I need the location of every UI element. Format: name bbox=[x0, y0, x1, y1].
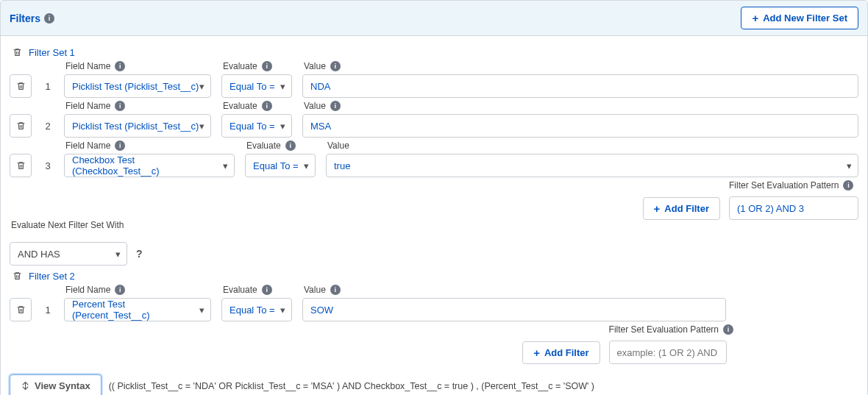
field-name-label: Field Name bbox=[65, 61, 110, 71]
add-filter-button[interactable]: + Add Filter bbox=[643, 197, 720, 220]
chevron-down-icon: ▾ bbox=[304, 160, 309, 171]
info-icon[interactable]: i bbox=[330, 101, 341, 111]
chevron-down-icon: ▾ bbox=[199, 121, 204, 132]
evaluate-select[interactable]: Equal To = ▾ bbox=[221, 298, 292, 321]
trash-icon[interactable] bbox=[11, 270, 23, 282]
chevron-down-icon: ▾ bbox=[280, 81, 285, 92]
field-name-select[interactable]: Picklist Test (Picklist_Test__c) ▾ bbox=[64, 114, 211, 138]
evaluate-next-value: AND HAS bbox=[18, 249, 60, 260]
field-name-value: Picklist Test (Picklist_Test__c) bbox=[72, 81, 199, 92]
row-labels: Field Namei Evaluatei Valuei bbox=[10, 61, 858, 74]
row-number: 3 bbox=[42, 160, 54, 171]
delete-row-button[interactable] bbox=[10, 298, 32, 321]
chevron-down-icon: ▾ bbox=[847, 160, 852, 171]
info-icon[interactable]: i bbox=[330, 285, 341, 295]
info-icon[interactable]: i bbox=[723, 324, 733, 335]
row-number: 1 bbox=[42, 305, 54, 316]
evaluate-value: Equal To = bbox=[230, 121, 275, 132]
value-input[interactable] bbox=[302, 298, 726, 321]
filter-set-1-title: Filter Set 1 bbox=[29, 47, 75, 58]
field-name-select[interactable]: Percent Test (Percent_Test__c) ▾ bbox=[64, 298, 211, 321]
field-name-label: Field Name bbox=[65, 101, 110, 111]
add-filter-label: Add Filter bbox=[664, 203, 709, 214]
delete-row-button[interactable] bbox=[10, 114, 32, 138]
field-name-value: Checkbox Test (Checkbox_Test__c) bbox=[72, 154, 223, 177]
value-select[interactable]: true ▾ bbox=[326, 154, 858, 177]
field-name-value: Percent Test (Percent_Test__c) bbox=[72, 299, 199, 321]
row-labels: Field Namei Evaluatei Valuei bbox=[10, 101, 858, 114]
row-number: 1 bbox=[42, 81, 54, 92]
evaluate-value: Equal To = bbox=[230, 81, 275, 92]
chevron-down-icon: ▾ bbox=[280, 305, 285, 316]
field-name-select[interactable]: Picklist Test (Picklist_Test__c) ▾ bbox=[64, 74, 211, 98]
filter-set-2-title: Filter Set 2 bbox=[29, 271, 75, 282]
filter-row: 1 Picklist Test (Picklist_Test__c) ▾ Equ… bbox=[10, 74, 858, 98]
info-icon[interactable]: i bbox=[44, 13, 54, 24]
help-icon[interactable]: ? bbox=[136, 248, 143, 260]
filter-row: 3 Checkbox Test (Checkbox_Test__c) ▾ Equ… bbox=[10, 154, 858, 177]
view-syntax-button[interactable]: View Syntax bbox=[10, 374, 102, 395]
evaluate-label: Evaluate bbox=[246, 140, 281, 151]
filter-set-1-header: Filter Set 1 bbox=[11, 46, 858, 58]
evaluate-select[interactable]: Equal To = ▾ bbox=[221, 114, 292, 138]
filters-header: Filters i + Add New Filter Set bbox=[1, 1, 867, 36]
info-icon[interactable]: i bbox=[115, 285, 125, 295]
evaluate-next-row: AND HAS ▾ ? bbox=[10, 242, 858, 266]
delete-row-button[interactable] bbox=[10, 74, 32, 98]
evaluate-next-select[interactable]: AND HAS ▾ bbox=[10, 242, 127, 266]
evaluate-label: Evaluate bbox=[223, 101, 257, 111]
info-icon[interactable]: i bbox=[843, 180, 853, 191]
info-icon[interactable]: i bbox=[262, 61, 272, 71]
add-filter-label: Add Filter bbox=[544, 347, 589, 358]
plus-icon: + bbox=[533, 347, 540, 358]
set1-footer: + Add Filter Filter Set Evaluation Patte… bbox=[10, 180, 858, 220]
info-icon[interactable]: i bbox=[330, 61, 341, 71]
value-input[interactable] bbox=[302, 74, 858, 98]
chevron-down-icon: ▾ bbox=[199, 81, 204, 92]
syntax-text: (( Picklist_Test__c = 'NDA' OR Picklist_… bbox=[109, 381, 594, 391]
value-label: Value bbox=[327, 140, 349, 151]
info-icon[interactable]: i bbox=[115, 101, 125, 111]
value-text: true bbox=[334, 160, 350, 171]
arrows-icon bbox=[21, 381, 30, 391]
value-label: Value bbox=[304, 285, 326, 295]
chevron-down-icon: ▾ bbox=[280, 121, 285, 132]
pattern-label: Filter Set Evaluation Pattern bbox=[729, 180, 839, 191]
view-syntax-label: View Syntax bbox=[35, 380, 90, 391]
field-name-label: Field Name bbox=[65, 140, 110, 151]
syntax-row: View Syntax (( Picklist_Test__c = 'NDA' … bbox=[10, 374, 858, 395]
pattern-label: Filter Set Evaluation Pattern bbox=[609, 324, 719, 335]
pattern-input[interactable] bbox=[609, 341, 727, 364]
row-labels: Field Namei Evaluatei Valuei bbox=[10, 285, 858, 298]
info-icon[interactable]: i bbox=[115, 140, 125, 151]
plus-icon: + bbox=[654, 203, 661, 214]
filter-row: 1 Percent Test (Percent_Test__c) ▾ Equal… bbox=[10, 298, 858, 321]
chevron-down-icon: ▾ bbox=[199, 305, 204, 316]
set2-footer: + Add Filter Filter Set Evaluation Patte… bbox=[10, 324, 858, 364]
value-label: Value bbox=[304, 101, 326, 111]
info-icon[interactable]: i bbox=[262, 285, 272, 295]
chevron-down-icon: ▾ bbox=[223, 160, 228, 171]
evaluate-value: Equal To = bbox=[253, 160, 299, 171]
plus-icon: + bbox=[752, 13, 758, 24]
evaluate-value: Equal To = bbox=[230, 305, 275, 316]
evaluate-select[interactable]: Equal To = ▾ bbox=[245, 154, 316, 177]
add-new-filter-set-label: Add New Filter Set bbox=[763, 13, 847, 24]
evaluate-select[interactable]: Equal To = ▾ bbox=[221, 74, 292, 98]
filters-title: Filters i bbox=[10, 13, 54, 24]
field-name-value: Picklist Test (Picklist_Test__c) bbox=[72, 121, 199, 132]
delete-row-button[interactable] bbox=[10, 154, 32, 177]
trash-icon[interactable] bbox=[11, 46, 23, 58]
info-icon[interactable]: i bbox=[262, 101, 272, 111]
pattern-input[interactable] bbox=[729, 196, 858, 220]
filters-title-text: Filters bbox=[10, 13, 40, 24]
add-filter-button[interactable]: + Add Filter bbox=[522, 341, 600, 364]
evaluate-label: Evaluate bbox=[223, 61, 257, 71]
field-name-select[interactable]: Checkbox Test (Checkbox_Test__c) ▾ bbox=[64, 154, 235, 177]
filter-row: 2 Picklist Test (Picklist_Test__c) ▾ Equ… bbox=[10, 114, 858, 138]
value-input[interactable] bbox=[302, 114, 858, 138]
info-icon[interactable]: i bbox=[115, 61, 125, 71]
filter-set-2-header: Filter Set 2 bbox=[11, 270, 858, 282]
info-icon[interactable]: i bbox=[285, 140, 296, 151]
add-new-filter-set-button[interactable]: + Add New Filter Set bbox=[741, 7, 858, 29]
